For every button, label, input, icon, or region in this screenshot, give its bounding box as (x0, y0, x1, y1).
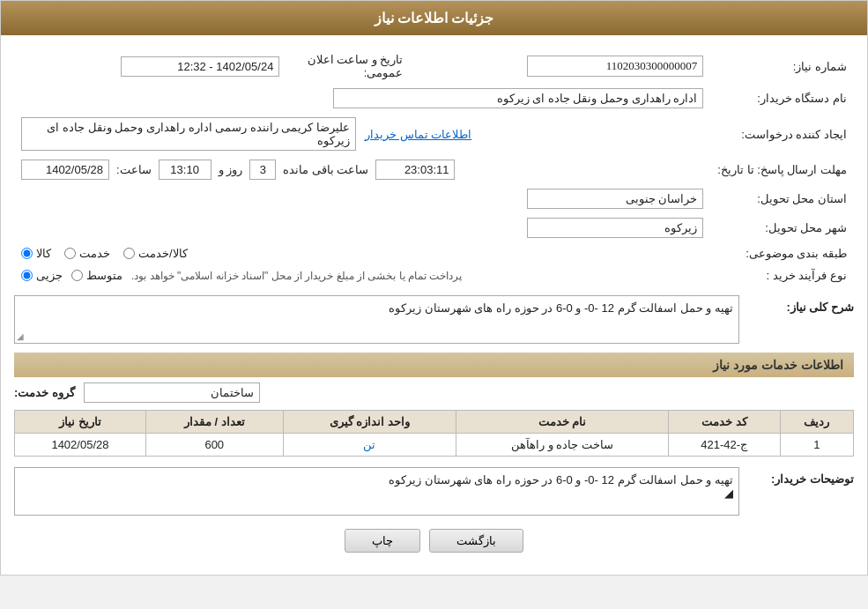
col-row-num: ردیف (780, 411, 853, 434)
radio-jozvi[interactable]: جزیی (21, 269, 63, 282)
need-number-label: شماره نیاز: (710, 48, 854, 84)
services-table-header-row: ردیف کد خدمت نام خدمت واحد اندازه گیری ت… (15, 411, 854, 434)
cell-row-num: 1 (780, 434, 853, 457)
buyer-desc-box: تهیه و حمل اسفالت گرم 12 -0- و 0-6 در حو… (14, 467, 739, 516)
kala-label: کالا (36, 247, 51, 260)
back-button[interactable]: بازگشت (429, 529, 523, 553)
services-table-body: 1 ج-42-421 ساخت جاده و راهآهن تن 600 140… (15, 434, 854, 457)
radio-motawaset[interactable]: متوسط (71, 269, 122, 282)
province-box: خراسان جنوبی (527, 189, 703, 209)
purchase-type-label: نوع فرآیند خرید : (710, 264, 854, 286)
need-desc-label: شرح کلی نیاز: (748, 295, 854, 314)
creator-box: علیرضا کریمی راننده رسمی اداره راهداری و… (21, 117, 356, 151)
need-desc-section: شرح کلی نیاز: تهیه و حمل اسفالت گرم 12 -… (14, 295, 854, 344)
service-group-box: ساختمان (84, 382, 260, 403)
col-service-code: کد خدمت (668, 411, 780, 434)
days-box: 3 (249, 160, 276, 180)
category-radios: کالا/خدمت خدمت کالا (14, 242, 710, 264)
row-category: طبقه بندی موضوعی: کالا/خدمت خدمت کالا (14, 242, 854, 264)
city-value: زیرکوه (14, 213, 710, 242)
radio-motawaset-input[interactable] (71, 270, 83, 281)
cell-unit: تن (283, 434, 456, 457)
row-creator: ایجاد کننده درخواست: اطلاعات تماس خریدار… (14, 113, 854, 155)
date-box: 1402/05/28 (21, 160, 109, 180)
need-desc-container: تهیه و حمل اسفالت گرم 12 -0- و 0-6 در حو… (14, 295, 739, 344)
row-need-number: شماره نیاز: 1102030300000007 تاریخ و ساع… (14, 48, 854, 84)
category-label: طبقه بندی موضوعی: (710, 242, 854, 264)
creator-value: اطلاعات تماس خریدار علیرضا کریمی راننده … (14, 113, 710, 155)
content-area: شماره نیاز: 1102030300000007 تاریخ و ساع… (1, 35, 867, 575)
cell-service-name: ساخت جاده و راهآهن (456, 434, 668, 457)
col-count-amount: تعداد / مقدار (145, 411, 283, 434)
page-wrapper: جزئیات اطلاعات نیاز شماره نیاز: 11020303… (0, 0, 868, 576)
need-desc-value: تهیه و حمل اسفالت گرم 12 -0- و 0-6 در حو… (389, 301, 733, 315)
row-purchase-type: نوع فرآیند خرید : پرداخت تمام یا بخشی از… (14, 264, 854, 286)
buyer-desc-section: توضیحات خریدار: تهیه و حمل اسفالت گرم 12… (14, 467, 854, 516)
buyer-resize-icon: ◢ (20, 486, 733, 500)
motawaset-label: متوسط (86, 269, 122, 282)
row-city: شهر محل تحویل: زیرکوه (14, 213, 854, 242)
row-buyer-org: نام دستگاه خریدار: اداره راهداری وحمل ون… (14, 84, 854, 113)
time-label: ساعت: (116, 163, 152, 176)
row-deadline: مهلت ارسال پاسخ: تا تاریخ: 23:03:11 ساعت… (14, 155, 854, 184)
public-announce-box: 1402/05/24 - 12:32 (121, 56, 279, 77)
cell-need-date: 1402/05/28 (15, 434, 146, 457)
radio-khedmat[interactable]: خدمت (64, 247, 110, 260)
contact-link[interactable]: اطلاعات تماس خریدار (365, 128, 471, 141)
khedmat-label: خدمت (79, 247, 110, 260)
print-button[interactable]: چاپ (345, 529, 420, 553)
radio-khedmat-input[interactable] (64, 248, 76, 259)
purchase-note: پرداخت تمام یا بخشی از مبلغ خریدار از مح… (131, 270, 462, 282)
services-table-head: ردیف کد خدمت نام خدمت واحد اندازه گیری ت… (15, 411, 854, 434)
col-need-date: تاریخ نیاز (15, 411, 146, 434)
kala-khedmat-label: کالا/خدمت (138, 247, 188, 260)
table-row: 1 ج-42-421 ساخت جاده و راهآهن تن 600 140… (15, 434, 854, 457)
buyer-desc-value: تهیه و حمل اسفالت گرم 12 -0- و 0-6 در حو… (389, 473, 733, 486)
deadline-label: مهلت ارسال پاسخ: تا تاریخ: (710, 155, 854, 184)
row-province: استان محل تحویل: خراسان جنوبی (14, 184, 854, 213)
days-label: روز و (219, 163, 243, 176)
radio-kala[interactable]: کالا (21, 247, 51, 260)
info-table: شماره نیاز: 1102030300000007 تاریخ و ساع… (14, 48, 854, 286)
city-label: شهر محل تحویل: (710, 213, 854, 242)
page-header: جزئیات اطلاعات نیاز (1, 1, 867, 35)
deadline-value: 23:03:11 ساعت باقی مانده 3 روز و 13:10 س… (14, 155, 710, 184)
services-section-title: اطلاعات خدمات مورد نیاز (14, 353, 854, 377)
remaining-time-box: 23:03:11 (375, 160, 455, 180)
category-radio-group: کالا/خدمت خدمت کالا (21, 247, 703, 260)
radio-kala-khedmat[interactable]: کالا/خدمت (123, 247, 188, 260)
buyer-org-value: اداره راهداری وحمل ونقل جاده ای زیرکوه (14, 84, 710, 113)
col-unit: واحد اندازه گیری (283, 411, 456, 434)
public-announce-value: 1402/05/24 - 12:32 (14, 48, 286, 84)
buttons-row: بازگشت چاپ (14, 529, 854, 553)
radio-jozvi-input[interactable] (21, 270, 33, 281)
buyer-desc-label: توضیحات خریدار: (748, 467, 854, 486)
service-group-label: گروه خدمت: (14, 386, 75, 399)
radio-kala-input[interactable] (21, 248, 33, 259)
need-number-box: 1102030300000007 (527, 56, 703, 77)
cell-count-amount: 600 (145, 434, 283, 457)
province-value: خراسان جنوبی (14, 184, 710, 213)
service-group-row: ساختمان گروه خدمت: (14, 382, 854, 403)
buyer-org-label: نام دستگاه خریدار: (710, 84, 854, 113)
remaining-label: ساعت باقی مانده (283, 163, 368, 176)
jozvi-label: جزیی (36, 269, 63, 282)
page-title: جزئیات اطلاعات نیاز (375, 11, 494, 26)
time-box: 13:10 (159, 160, 211, 180)
need-number-value: 1102030300000007 (410, 48, 710, 84)
radio-kala-khedmat-input[interactable] (123, 248, 135, 259)
public-announce-label: تاریخ و ساعت اعلان عمومی: (286, 48, 410, 84)
province-label: استان محل تحویل: (710, 184, 854, 213)
resize-icon: ◢ (17, 331, 24, 341)
buyer-org-box: اداره راهداری وحمل ونقل جاده ای زیرکوه (333, 88, 703, 108)
purchase-type-radios: پرداخت تمام یا بخشی از مبلغ خریدار از مح… (14, 264, 710, 286)
need-desc-box: تهیه و حمل اسفالت گرم 12 -0- و 0-6 در حو… (14, 295, 739, 344)
services-table: ردیف کد خدمت نام خدمت واحد اندازه گیری ت… (14, 410, 854, 457)
col-service-name: نام خدمت (456, 411, 668, 434)
cell-service-code: ج-42-421 (668, 434, 780, 457)
buyer-desc-container: تهیه و حمل اسفالت گرم 12 -0- و 0-6 در حو… (14, 467, 739, 516)
creator-label: ایجاد کننده درخواست: (710, 113, 854, 155)
city-box: زیرکوه (527, 218, 703, 238)
